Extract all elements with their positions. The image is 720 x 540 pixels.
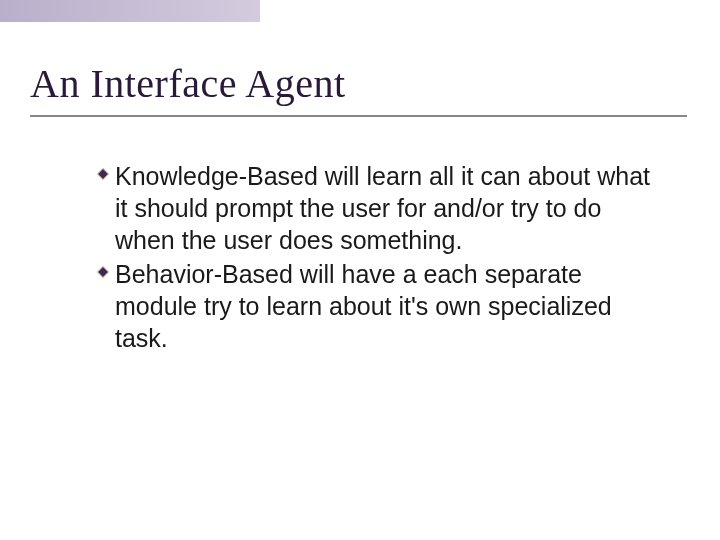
bullet-text: Knowledge-Based will learn all it can ab… (115, 160, 660, 256)
svg-rect-1 (97, 266, 108, 277)
bullet-text: Behavior-Based will have a each separate… (115, 258, 660, 354)
svg-rect-0 (97, 168, 108, 179)
bullet-item: Behavior-Based will have a each separate… (95, 258, 660, 354)
diamond-bullet-icon (95, 166, 111, 182)
title-underline (30, 115, 687, 117)
diamond-bullet-icon (95, 264, 111, 280)
slide-content: Knowledge-Based will learn all it can ab… (95, 160, 660, 356)
decorative-top-bar (0, 0, 260, 22)
slide-title: An Interface Agent (30, 60, 346, 107)
bullet-item: Knowledge-Based will learn all it can ab… (95, 160, 660, 256)
